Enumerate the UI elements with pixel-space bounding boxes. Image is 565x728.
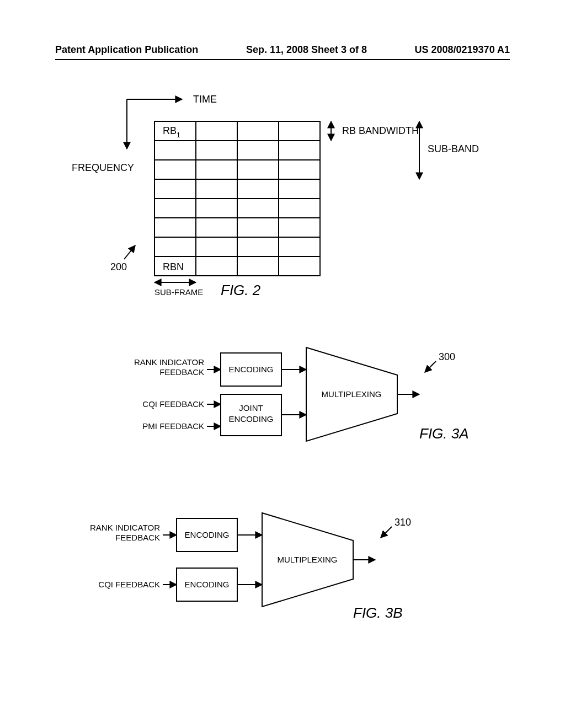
rb1-label: RB1 — [163, 125, 180, 139]
page-header: Patent Application Publication Sep. 11, … — [55, 44, 510, 60]
fig3a-caption: FIG. 3A — [419, 425, 469, 442]
svg-line-26 — [425, 361, 436, 372]
mux-label-3a: MULTIPLEXING — [322, 389, 382, 399]
cqi-label-3b: CQI FEEDBACK — [98, 580, 160, 589]
svg-line-32 — [381, 527, 392, 538]
svg-line-19 — [124, 245, 135, 259]
sub-frame-label: SUB-FRAME — [154, 287, 203, 297]
header-left: Patent Application Publication — [55, 44, 198, 56]
joint-label-2: ENCODING — [229, 414, 274, 424]
header-right: US 2008/0219370 A1 — [415, 44, 510, 56]
figures-svg: TIME FREQUENCY RB1 RBN RB BANDWIDTH — [0, 77, 565, 728]
pmi-label-3a: PMI FEEDBACK — [142, 421, 204, 431]
encoding2-label-3b: ENCODING — [185, 580, 230, 589]
rank-label-3a-2: FEEDBACK — [159, 367, 204, 377]
fig-2: TIME FREQUENCY RB1 RBN RB BANDWIDTH — [72, 94, 479, 298]
rank-label-3b-2: FEEDBACK — [115, 533, 160, 542]
fig-3a: ENCODING JOINT ENCODING MULTIPLEXING RAN… — [134, 347, 469, 442]
rank-label-3a-1: RANK INDICATOR — [134, 357, 204, 367]
rbn-label: RBN — [163, 261, 184, 272]
encoding-label-3a: ENCODING — [229, 365, 274, 374]
encoding1-label-3b: ENCODING — [185, 530, 230, 539]
mux-label-3b: MULTIPLEXING — [278, 555, 338, 564]
fig3b-caption: FIG. 3B — [353, 604, 403, 621]
fig3a-ref: 300 — [439, 351, 455, 362]
rank-label-3b-1: RANK INDICATOR — [90, 523, 160, 532]
cqi-label-3a: CQI FEEDBACK — [142, 399, 204, 409]
axis-time-label: TIME — [193, 94, 217, 105]
rb-bandwidth-label: RB BANDWIDTH — [342, 125, 419, 136]
resource-grid — [154, 121, 320, 276]
fig2-ref: 200 — [110, 261, 127, 272]
header-mid: Sep. 11, 2008 Sheet 3 of 8 — [246, 44, 367, 56]
fig-3b: ENCODING ENCODING MULTIPLEXING RANK INDI… — [90, 513, 411, 621]
sub-band-label: SUB-BAND — [428, 143, 479, 154]
joint-label-1: JOINT — [239, 403, 263, 413]
axis-freq-label: FREQUENCY — [72, 162, 134, 173]
fig3b-ref: 310 — [395, 517, 411, 528]
fig2-caption: FIG. 2 — [221, 282, 261, 298]
